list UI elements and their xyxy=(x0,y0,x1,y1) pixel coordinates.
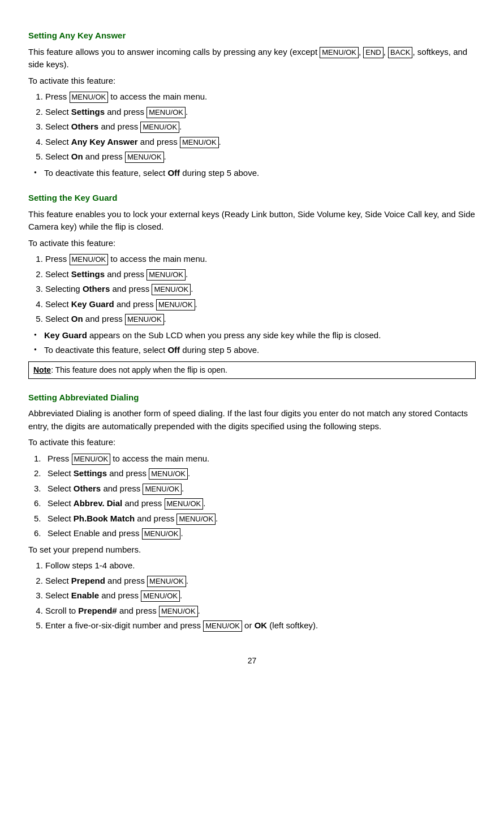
heading-key-guard: Setting the Key Guard xyxy=(28,192,476,205)
steps-abbreviated-dialing: 1. Press MENU/OK to access the main menu… xyxy=(45,452,476,540)
step-2-4: Select Key Guard and press MENU/OK. xyxy=(45,298,476,311)
kbd-menuok-17: MENU/OK xyxy=(142,528,181,540)
bullets-any-key-answer: To deactivate this feature, select Off d… xyxy=(34,167,476,180)
step-3-1: 1. Press MENU/OK to access the main menu… xyxy=(34,452,476,465)
activate-label-3: To activate this feature: xyxy=(28,436,476,449)
kbd-menuok-16: MENU/OK xyxy=(176,514,216,525)
prepend-step-5: Enter a five-or-six-digit number and pre… xyxy=(45,619,476,632)
prepend-steps: Follow steps 1-4 above. Select Prepend a… xyxy=(45,559,476,632)
prepend-step-4: Scroll to Prepend# and press MENU/OK. xyxy=(45,605,476,618)
kbd-menuok-13: MENU/OK xyxy=(149,468,188,480)
kbd-menuok-6: MENU/OK xyxy=(125,152,164,163)
intro-key-guard: This feature enables you to lock your ex… xyxy=(28,208,476,234)
kbd-end-1: END xyxy=(363,47,383,58)
body-abbreviated-dialing: Abbreviated Dialing is another form of s… xyxy=(28,407,476,632)
bullet-2-1: Key Guard appears on the Sub LCD when yo… xyxy=(34,329,476,342)
step-3-6a: 6. Select Abbrev. Dial and press MENU/OK… xyxy=(34,497,476,510)
kbd-menuok-18: MENU/OK xyxy=(147,576,186,587)
note-key-guard: Note: This feature does not apply when t… xyxy=(28,361,476,379)
kbd-menuok-1: MENU/OK xyxy=(320,47,359,58)
body-any-key-answer: This feature allows you to answer incomi… xyxy=(28,46,476,180)
step-1-4: Select Any Key Answer and press MENU/OK. xyxy=(45,136,476,149)
kbd-menuok-11: MENU/OK xyxy=(125,314,164,325)
kbd-menuok-19: MENU/OK xyxy=(141,590,180,602)
kbd-menuok-7: MENU/OK xyxy=(70,254,109,265)
activate-label-1: To activate this feature: xyxy=(28,75,476,88)
kbd-menuok-20: MENU/OK xyxy=(159,606,198,617)
intro-any-key-answer: This feature allows you to answer incomi… xyxy=(28,46,476,71)
activate-label-2: To activate this feature: xyxy=(28,237,476,250)
note-label: Note xyxy=(33,365,51,374)
step-2-5: Select On and press MENU/OK. xyxy=(45,313,476,326)
bullets-key-guard: Key Guard appears on the Sub LCD when yo… xyxy=(34,329,476,357)
kbd-menuok-8: MENU/OK xyxy=(147,269,186,281)
section-key-guard: Setting the Key Guard This feature enabl… xyxy=(28,192,476,379)
step-1-1: Press MENU/OK to access the main menu. xyxy=(45,90,476,104)
kbd-menuok-4: MENU/OK xyxy=(140,122,179,133)
prepend-step-2: Select Prepend and press MENU/OK. xyxy=(45,575,476,588)
step-1-5: Select On and press MENU/OK. xyxy=(45,150,476,163)
steps-any-key-answer: Press MENU/OK to access the main menu. S… xyxy=(45,90,476,163)
section-any-key-answer: Setting Any Key Answer This feature allo… xyxy=(28,29,476,179)
prepend-step-1: Follow steps 1-4 above. xyxy=(45,559,476,572)
step-2-2: Select Settings and press MENU/OK. xyxy=(45,268,476,281)
body-key-guard: This feature enables you to lock your ex… xyxy=(28,208,476,379)
kbd-menuok-15: MENU/OK xyxy=(165,498,204,510)
step-3-5: 5. Select Ph.Book Match and press MENU/O… xyxy=(34,512,476,525)
kbd-menuok-12: MENU/OK xyxy=(72,454,111,465)
step-2-3: Selecting Others and press MENU/OK. xyxy=(45,283,476,296)
step-3-3: 3. Select Others and press MENU/OK. xyxy=(34,482,476,495)
bullet-2-2: To deactivate this feature, select Off d… xyxy=(34,344,476,357)
heading-any-key-answer: Setting Any Key Answer xyxy=(28,29,476,42)
kbd-menuok-5: MENU/OK xyxy=(180,137,219,148)
kbd-menuok-9: MENU/OK xyxy=(152,284,191,295)
kbd-menuok-10: MENU/OK xyxy=(156,299,195,311)
intro-abbreviated-dialing: Abbreviated Dialing is another form of s… xyxy=(28,407,476,433)
bullet-1-1: To deactivate this feature, select Off d… xyxy=(34,167,476,180)
page-number: 27 xyxy=(28,655,476,667)
step-1-3: Select Others and press MENU/OK. xyxy=(45,120,476,133)
step-1-2: Select Settings and press MENU/OK. xyxy=(45,106,476,119)
kbd-menuok-21: MENU/OK xyxy=(203,620,242,632)
prepend-step-3: Select Enable and press MENU/OK. xyxy=(45,589,476,602)
step-3-6b: 6. Select Enable and press MENU/OK. xyxy=(34,527,476,540)
section-abbreviated-dialing: Setting Abbreviated Dialing Abbreviated … xyxy=(28,391,476,632)
kbd-back-1: BACK xyxy=(388,47,412,58)
steps-key-guard: Press MENU/OK to access the main menu. S… xyxy=(45,253,476,326)
kbd-menuok-3: MENU/OK xyxy=(147,107,186,118)
prepend-label: To set your prepend numbers. xyxy=(28,544,476,557)
kbd-menuok-14: MENU/OK xyxy=(143,484,182,495)
step-3-2: 2. Select Settings and press MENU/OK. xyxy=(34,467,476,480)
step-2-1: Press MENU/OK to access the main menu. xyxy=(45,253,476,266)
heading-abbreviated-dialing: Setting Abbreviated Dialing xyxy=(28,391,476,404)
kbd-menuok-2: MENU/OK xyxy=(70,92,109,103)
